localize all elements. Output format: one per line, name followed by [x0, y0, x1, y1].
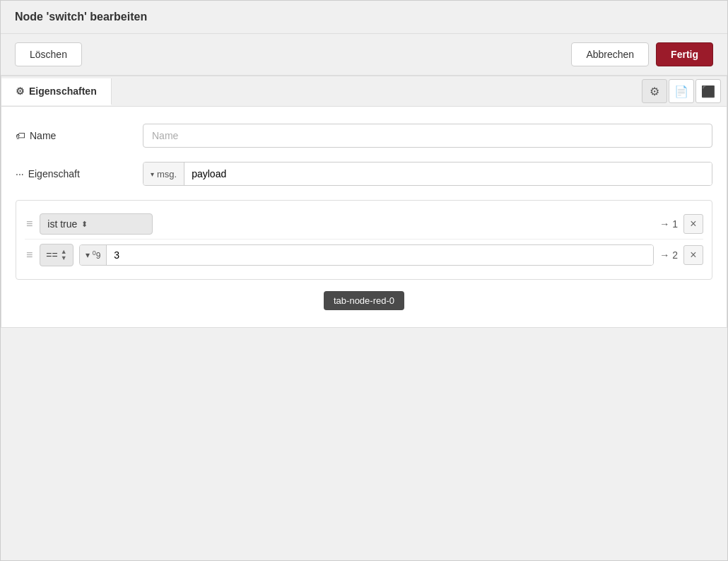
property-type-caret: ▾	[151, 170, 154, 178]
dialog: Node 'switch' bearbeiten Löschen Abbrech…	[0, 0, 728, 561]
tab-action-properties[interactable]: ⚙	[642, 79, 667, 103]
name-input[interactable]	[143, 124, 712, 148]
dialog-title: Node 'switch' bearbeiten	[15, 11, 713, 23]
tooltip-container: tab-node-red-0	[16, 291, 712, 310]
table-row: ≡ ist true ⬍ → 1 ×	[25, 209, 703, 239]
rule-2-operator-updown: ▲ ▼	[61, 249, 67, 261]
rule-2-value-input: ▾ 09	[79, 244, 654, 266]
property-type-button[interactable]: ▾ msg.	[143, 163, 184, 185]
rule-2-value-type-button[interactable]: ▾ 09	[80, 245, 107, 265]
property-value-input[interactable]	[184, 163, 712, 185]
rule-2-value-text-input[interactable]	[107, 245, 653, 265]
property-label: ··· Eigenschaft	[16, 168, 143, 179]
tab-eigenschaften[interactable]: ⚙ Eigenschaften	[1, 78, 112, 105]
rule-1-caret: ⬍	[81, 220, 88, 229]
tooltip: tab-node-red-0	[324, 291, 404, 310]
rule-2-value-caret: ▾	[86, 250, 90, 260]
dialog-header: Node 'switch' bearbeiten	[1, 1, 727, 34]
property-label-text: Eigenschaft	[28, 168, 80, 179]
tab-eigenschaften-label: Eigenschaften	[29, 85, 97, 97]
cancel-button[interactable]: Abbrechen	[571, 42, 649, 66]
done-button[interactable]: Fertig	[656, 42, 713, 66]
toolbar: Löschen Abbrechen Fertig	[1, 34, 727, 76]
name-row: 🏷 Name	[16, 124, 712, 148]
tab-action-appearance[interactable]: ⬛	[695, 79, 721, 103]
rule-1-remove-button[interactable]: ×	[683, 214, 703, 234]
name-icon: 🏷	[16, 130, 25, 141]
rule-1-condition-text: ist true	[47, 218, 77, 230]
tabs-container: ⚙ Eigenschaften ⚙ 📄 ⬛ 🏷 Name	[1, 76, 727, 328]
rule-2-operator-select[interactable]: == ▲ ▼	[40, 244, 73, 266]
drag-handle-2[interactable]: ≡	[25, 249, 34, 261]
rule-1-condition-select[interactable]: ist true ⬍	[40, 213, 153, 235]
name-label: 🏷 Name	[16, 130, 143, 141]
form-body: 🏷 Name ··· Eigenschaft ▾ msg.	[1, 107, 727, 327]
rule-2-value-type-text: 09	[93, 249, 101, 261]
property-row: ··· Eigenschaft ▾ msg.	[16, 162, 712, 186]
delete-button[interactable]: Löschen	[15, 42, 82, 66]
rule-2-operator-text: ==	[46, 249, 57, 261]
tab-action-description[interactable]: 📄	[669, 79, 694, 103]
drag-handle-1[interactable]: ≡	[25, 218, 34, 230]
rules-container: ≡ ist true ⬍ → 1 × ≡ == ▲	[16, 200, 712, 280]
tab-bar: ⚙ Eigenschaften ⚙ 📄 ⬛	[1, 76, 727, 107]
name-label-text: Name	[30, 130, 56, 141]
rule-2-remove-button[interactable]: ×	[683, 245, 703, 265]
property-select: ▾ msg.	[143, 162, 712, 186]
table-row: ≡ == ▲ ▼ ▾ 09	[25, 239, 703, 271]
property-type-text: msg.	[157, 169, 177, 179]
rule-1-arrow: → 1	[659, 218, 678, 230]
properties-tab-icon: ⚙	[16, 85, 25, 97]
rule-2-arrow: → 2	[659, 249, 678, 261]
property-icon: ···	[16, 168, 24, 179]
tab-actions: ⚙ 📄 ⬛	[636, 76, 727, 106]
